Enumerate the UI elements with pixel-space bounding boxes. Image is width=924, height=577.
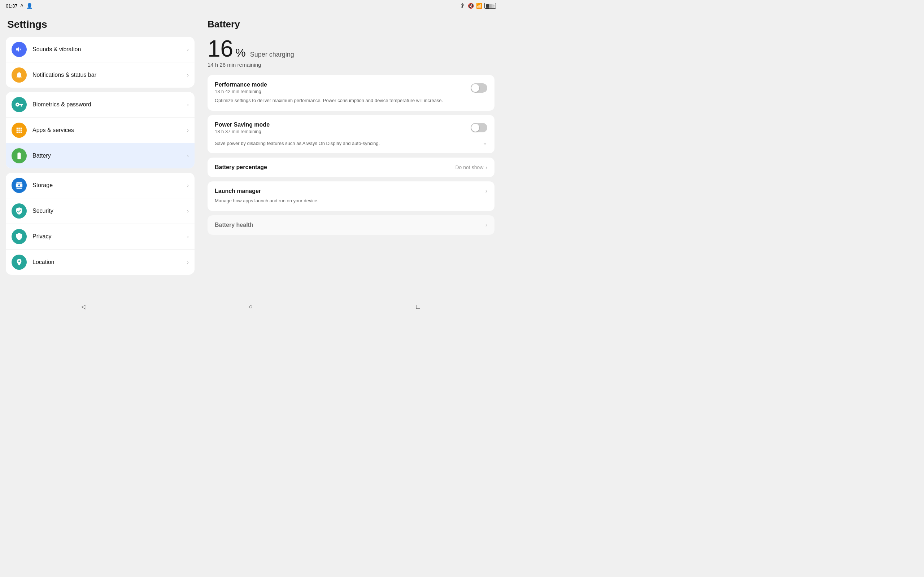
performance-mode-desc: Optimize settings to deliver maximum per…: [215, 97, 487, 104]
bottom-nav: ◁ ○ □: [0, 299, 502, 314]
status-bar-left: 01:37 A 👤: [6, 3, 32, 9]
performance-mode-card: Performance mode 13 h 42 min remaining O…: [208, 75, 494, 111]
status-icon-a: A: [21, 3, 23, 8]
menu-card-group1: Sounds & vibration › Notifications & sta…: [6, 37, 195, 88]
recents-button[interactable]: □: [412, 300, 425, 313]
power-saving-expand-icon[interactable]: ⌄: [483, 139, 487, 146]
power-saving-row: Power Saving mode 18 h 37 min remaining: [215, 121, 487, 134]
main-layout: Settings Sounds & vibration › Notificati…: [0, 11, 502, 299]
apps-icon: [11, 122, 27, 138]
battery-charging-label: Super charging: [250, 51, 294, 58]
biometrics-label: Biometrics & password: [32, 102, 187, 108]
notifications-icon: [11, 68, 27, 82]
security-icon: [11, 203, 27, 219]
power-saving-title: Power Saving mode: [215, 121, 270, 128]
menu-item-location[interactable]: Location ›: [6, 250, 195, 275]
home-icon: ○: [249, 303, 253, 311]
launch-manager-desc: Manage how apps launch and run on your d…: [215, 197, 487, 205]
back-icon: ◁: [81, 303, 86, 311]
apps-label: Apps & services: [32, 127, 187, 134]
menu-item-security[interactable]: Security ›: [6, 198, 195, 224]
sounds-label: Sounds & vibration: [32, 46, 187, 53]
performance-mode-toggle[interactable]: [471, 83, 487, 93]
right-panel: Battery 16 % Super charging 14 h 26 min …: [200, 11, 502, 299]
battery-percentage-value: Do not show: [456, 164, 484, 170]
battery-percentage-right: Do not show ›: [456, 164, 488, 170]
settings-title: Settings: [6, 19, 195, 30]
launch-manager-card[interactable]: Launch manager › Manage how apps launch …: [208, 181, 494, 211]
battery-icon: [11, 148, 27, 163]
battery-health-chevron: ›: [485, 222, 487, 228]
menu-card-group2: Biometrics & password › Apps & services …: [6, 92, 195, 168]
biometrics-chevron: ›: [187, 102, 189, 108]
status-time: 01:37: [6, 3, 18, 9]
menu-item-biometrics[interactable]: Biometrics & password ›: [6, 92, 195, 118]
menu-item-storage[interactable]: Storage ›: [6, 173, 195, 198]
mute-icon: 🔇: [468, 3, 474, 9]
menu-card-group3: Storage › Security › Privacy ›: [6, 173, 195, 275]
notifications-label: Notifications & status bar: [32, 72, 187, 78]
storage-icon: [11, 178, 27, 193]
menu-item-notifications[interactable]: Notifications & status bar ›: [6, 62, 195, 88]
battery-percentage-card[interactable]: Battery percentage Do not show ›: [208, 158, 494, 177]
menu-item-sounds[interactable]: Sounds & vibration ›: [6, 37, 195, 62]
privacy-label: Privacy: [32, 233, 187, 240]
notifications-chevron: ›: [187, 72, 189, 78]
privacy-icon: [11, 229, 27, 244]
location-chevron: ›: [187, 259, 189, 265]
power-saving-subtitle: 18 h 37 min remaining: [215, 129, 270, 134]
menu-item-battery[interactable]: Battery ›: [6, 143, 195, 168]
battery-chevron: ›: [187, 153, 189, 159]
menu-item-privacy[interactable]: Privacy ›: [6, 224, 195, 250]
status-bar: 01:37 A 👤 🔇 📶 ▓▒░: [0, 0, 502, 11]
battery-percent-number: 16: [208, 37, 233, 60]
power-saving-text: Power Saving mode 18 h 37 min remaining: [215, 121, 270, 134]
menu-item-apps[interactable]: Apps & services ›: [6, 118, 195, 143]
home-button[interactable]: ○: [244, 300, 257, 313]
launch-manager-row: Launch manager ›: [215, 188, 487, 194]
battery-health-card[interactable]: Battery health ›: [208, 215, 494, 235]
status-bar-right: 🔇 📶 ▓▒░: [460, 3, 496, 10]
battery-percent-symbol: %: [235, 46, 246, 60]
battery-percentage-title: Battery percentage: [215, 164, 267, 171]
back-button[interactable]: ◁: [77, 300, 90, 313]
storage-label: Storage: [32, 182, 187, 189]
performance-mode-text: Performance mode 13 h 42 min remaining: [215, 82, 267, 94]
power-saving-card: Power Saving mode 18 h 37 min remaining …: [208, 115, 494, 154]
biometrics-icon: [11, 97, 27, 112]
storage-chevron: ›: [187, 182, 189, 188]
performance-mode-title: Performance mode: [215, 82, 267, 88]
power-saving-desc-row: Save power by disabling features such as…: [215, 137, 487, 147]
battery-level-section: 16 % Super charging: [208, 37, 494, 60]
sounds-icon: [11, 42, 27, 57]
power-saving-toggle[interactable]: [471, 123, 487, 132]
location-icon: [11, 255, 27, 270]
battery-status-icon: ▓▒░: [485, 3, 496, 9]
sounds-chevron: ›: [187, 47, 189, 52]
battery-time-remaining: 14 h 26 min remaining: [208, 62, 494, 68]
battery-percentage-chevron: ›: [485, 164, 487, 170]
security-chevron: ›: [187, 208, 189, 214]
power-saving-desc: Save power by disabling features such as…: [215, 140, 480, 147]
launch-manager-title: Launch manager: [215, 188, 261, 194]
privacy-chevron: ›: [187, 234, 189, 239]
bluetooth-icon: [460, 3, 465, 10]
battery-panel-title: Battery: [208, 19, 494, 30]
recents-icon: □: [416, 303, 420, 311]
launch-manager-chevron: ›: [485, 188, 487, 194]
performance-mode-subtitle: 13 h 42 min remaining: [215, 89, 267, 94]
left-panel: Settings Sounds & vibration › Notificati…: [0, 11, 200, 299]
battery-health-title: Battery health: [215, 222, 254, 228]
wifi-icon: 📶: [476, 3, 482, 9]
apps-chevron: ›: [187, 127, 189, 133]
security-label: Security: [32, 208, 187, 214]
location-label: Location: [32, 259, 187, 266]
performance-mode-row: Performance mode 13 h 42 min remaining: [215, 82, 487, 94]
battery-label: Battery: [32, 153, 187, 159]
status-icon-person: 👤: [26, 3, 32, 9]
